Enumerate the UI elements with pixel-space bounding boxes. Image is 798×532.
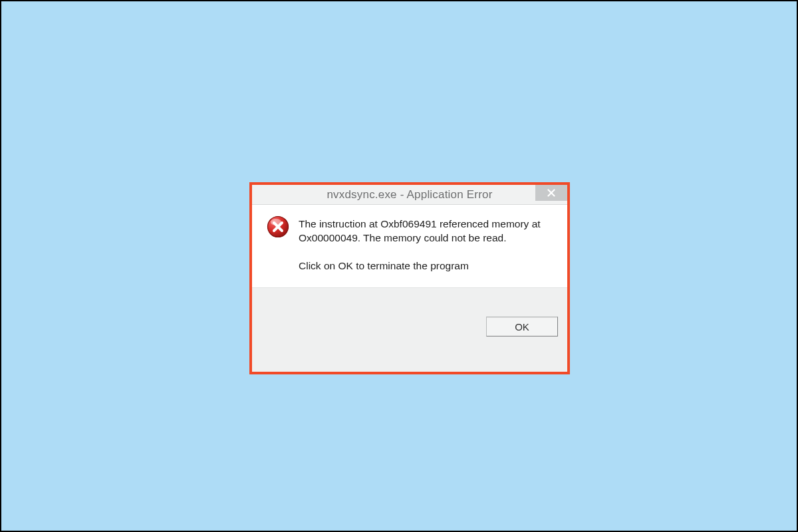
close-button[interactable]: [535, 185, 567, 201]
ok-button[interactable]: OK: [486, 317, 558, 336]
desktop-background: nvxdsync.exe - Application Error: [13, 13, 785, 519]
dialog-title: nvxdsync.exe - Application Error: [252, 188, 567, 201]
dialog-message-secondary: Click on OK to terminate the program: [299, 259, 555, 273]
dialog-message-primary: The instruction at Oxbf069491 referenced…: [299, 217, 555, 245]
close-icon: [547, 189, 555, 197]
outer-frame: nvxdsync.exe - Application Error: [0, 0, 798, 532]
error-dialog: nvxdsync.exe - Application Error: [252, 185, 567, 372]
error-dialog-highlight-frame: nvxdsync.exe - Application Error: [249, 182, 570, 374]
dialog-message-area: The instruction at Oxbf069491 referenced…: [299, 217, 555, 273]
dialog-body: The instruction at Oxbf069491 referenced…: [252, 205, 567, 288]
dialog-button-row: OK: [252, 288, 567, 372]
error-icon: [267, 215, 289, 238]
dialog-title-bar[interactable]: nvxdsync.exe - Application Error: [252, 185, 567, 205]
